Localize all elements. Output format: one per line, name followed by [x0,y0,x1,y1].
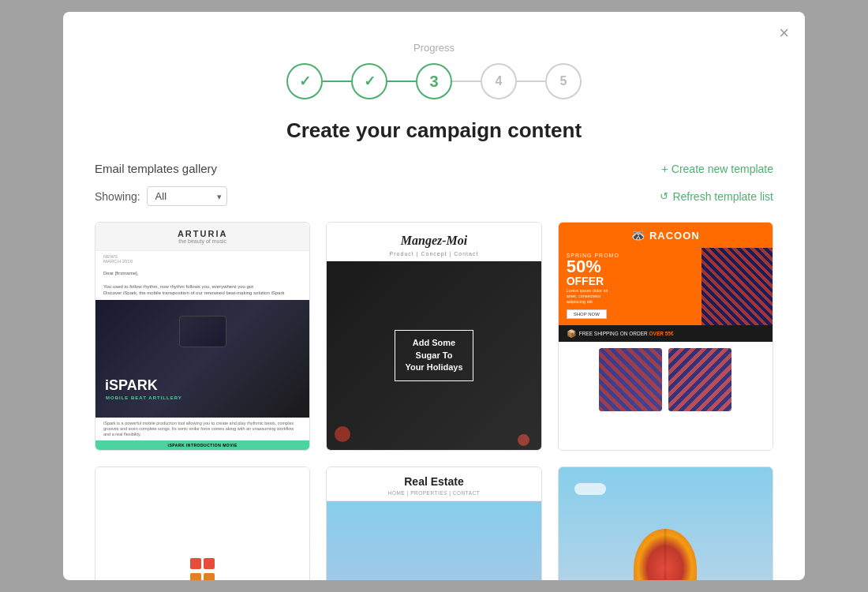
step-1[interactable]: ✓ [286,63,323,99]
filter-select[interactable]: All Product Food Real Estate Travel [147,186,227,206]
template-preview-2: Mangez-Moi Product | Concept | Contact A… [327,223,541,450]
step-4[interactable]: 4 [481,63,517,99]
template-card-5[interactable]: Real Estate HOME | PROPERTIES | CONTACT … [326,466,541,580]
modal-header: Progress ✓ ✓ 3 [63,12,805,162]
template-card-6[interactable] [558,466,773,580]
modal-overlay: × Progress ✓ ✓ 3 [0,0,868,592]
refresh-template-list-button[interactable]: ↻ Refresh template list [660,190,773,203]
create-new-template-button[interactable]: + Create new template [661,162,773,175]
progress-label: Progress [88,42,780,54]
step-4-label: 4 [496,74,503,88]
step-2[interactable]: ✓ [351,63,387,99]
template-preview-1: ARTURIA the beauty of music NEWSMARCH 20… [95,223,309,450]
step-line-3-4 [452,81,481,82]
modal-container: × Progress ✓ ✓ 3 [63,12,805,580]
template-preview-5: Real Estate HOME | PROPERTIES | CONTACT … [327,467,541,580]
template-card-3[interactable]: 🦝 RACOON SPRING PROMO 50% OFFER Lorem ip… [558,222,773,451]
steps-row: ✓ ✓ 3 4 [88,63,780,99]
step-3[interactable]: 3 [416,63,452,99]
product-2 [668,348,731,411]
filter-row: Showing: All Product Food Real Estate Tr… [95,186,773,206]
gallery-header: Email templates gallery + Create new tem… [95,162,773,175]
refresh-label: Refresh template list [672,190,773,203]
progress-section: Progress ✓ ✓ 3 [88,34,780,99]
templates-grid: ARTURIA the beauty of music NEWSMARCH 20… [95,222,773,580]
template-preview-6 [559,467,773,580]
gallery-section-title: Email templates gallery [95,162,217,175]
plus-icon: + [661,162,668,175]
refresh-icon: ↻ [660,190,668,202]
content-area: Email templates gallery + Create new tem… [63,162,805,580]
product-1 [599,348,662,411]
template-card-1[interactable]: ARTURIA the beauty of music NEWSMARCH 20… [95,222,310,451]
page-title: Create your campaign content [88,118,780,143]
shipping-icon: 📦 [567,329,576,338]
template-preview-4: Here is what you've missed [95,467,309,580]
template-preview-3: 🦝 RACOON SPRING PROMO 50% OFFER Lorem ip… [559,223,773,450]
step-3-label: 3 [429,73,438,91]
template-card-2[interactable]: Mangez-Moi Product | Concept | Contact A… [326,222,541,451]
step-line-1-2 [323,81,351,82]
step-line-4-5 [517,81,545,82]
step-5[interactable]: 5 [545,63,582,99]
showing-filter: Showing: All Product Food Real Estate Tr… [95,186,227,206]
template-card-4[interactable]: Here is what you've missed [95,466,310,580]
step-5-label: 5 [560,74,567,88]
checkmark-1: ✓ [299,73,311,90]
step-line-2-3 [387,81,416,82]
showing-text: Showing: [95,190,140,203]
raccoon-icon: 🦝 [631,229,645,242]
create-new-label: Create new template [672,163,773,175]
balloon [634,529,697,581]
filter-select-wrapper[interactable]: All Product Food Real Estate Travel [147,186,227,206]
checkmark-2: ✓ [364,73,376,90]
